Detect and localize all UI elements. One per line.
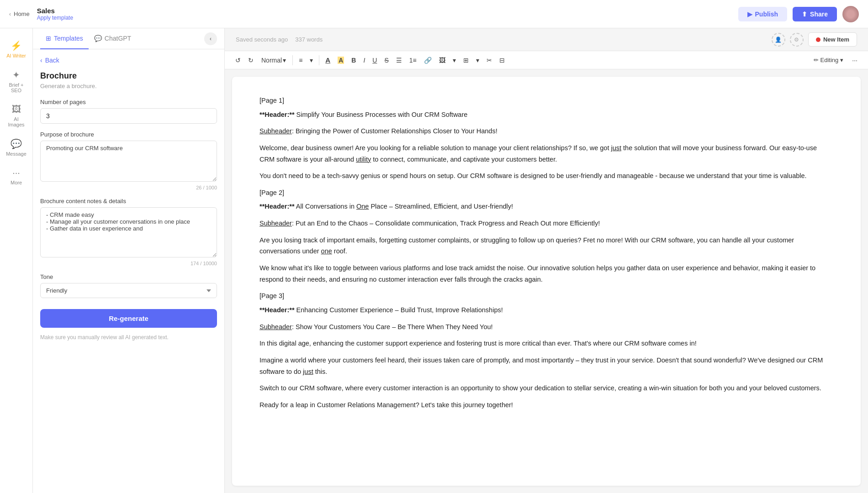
chevron-left-icon: ‹ bbox=[9, 11, 11, 17]
bold-button[interactable]: B bbox=[348, 54, 359, 66]
templates-icon: ⊞ bbox=[46, 35, 51, 42]
sidebar-label-ai-writer: AI Writer bbox=[6, 53, 26, 58]
new-item-label: New Item bbox=[823, 36, 849, 43]
brief-icon: ✦ bbox=[12, 69, 20, 80]
regenerate-button[interactable]: Re-generate bbox=[40, 309, 217, 328]
home-link[interactable]: ‹ Home bbox=[9, 10, 30, 17]
panel-collapse-button[interactable]: ‹ bbox=[204, 32, 217, 45]
share-button[interactable]: ⬆ Share bbox=[793, 7, 837, 21]
page2-subheader: Subheader: Put an End to the Chaos – Con… bbox=[259, 218, 833, 229]
text-color-button[interactable]: A bbox=[322, 54, 333, 66]
page1-label: [Page 1] bbox=[259, 95, 833, 106]
page2-p1: Are you losing track of important emails… bbox=[259, 235, 833, 257]
more-formatting-button[interactable]: ✂ bbox=[483, 54, 495, 66]
notes-char-count: 174 / 10000 bbox=[40, 261, 217, 266]
publish-label: Publish bbox=[755, 10, 778, 18]
panel-content: ‹ Back Brochure Generate a brochure. Num… bbox=[33, 49, 224, 493]
lightning-icon: ⚡ bbox=[11, 40, 22, 51]
purpose-label: Purpose of brochure bbox=[40, 131, 217, 138]
saved-status: Saved seconds ago bbox=[236, 36, 288, 43]
avatar[interactable] bbox=[842, 6, 859, 22]
image-chevron-button[interactable]: ▾ bbox=[450, 54, 459, 66]
top-bar-title: Sales Apply template bbox=[37, 7, 73, 21]
notes-label: Brochure content notes & details bbox=[40, 198, 217, 205]
page2-label: [Page 2] bbox=[259, 187, 833, 199]
sidebar-label-brief-seo: Brief + SEO bbox=[6, 82, 26, 93]
new-item-button[interactable]: New Item bbox=[808, 32, 857, 47]
link-button[interactable]: 🔗 bbox=[421, 54, 435, 66]
page3-subheader: Subheader: Show Your Customers You Care … bbox=[259, 321, 833, 333]
highlight-button[interactable]: A bbox=[334, 54, 347, 66]
share-label: Share bbox=[810, 10, 828, 18]
tone-select[interactable]: Friendly Professional Casual Formal Pers… bbox=[40, 283, 217, 298]
apply-template-link[interactable]: Apply template bbox=[37, 15, 73, 21]
pencil-icon: ✏ bbox=[814, 57, 819, 63]
back-link[interactable]: ‹ Back bbox=[40, 57, 217, 64]
divider-1 bbox=[292, 55, 293, 65]
notes-group: Brochure content notes & details - CRM m… bbox=[40, 198, 217, 266]
editor-content[interactable]: [Page 1] **Header:** Simplify Your Busin… bbox=[232, 77, 861, 486]
purpose-char-count: 26 / 1000 bbox=[40, 185, 217, 190]
panel-title: Brochure bbox=[40, 71, 217, 81]
align-button[interactable]: ≡ bbox=[296, 54, 306, 66]
table-button[interactable]: ⊞ bbox=[460, 54, 472, 66]
strikethrough-icon: S bbox=[384, 57, 388, 64]
highlight-a-icon: A bbox=[338, 57, 344, 64]
number-of-pages-input[interactable] bbox=[40, 108, 217, 124]
editor-toolbar: ↺ ↻ Normal ▾ ≡ ▾ A A B I U S ☰ 1≡ 🔗 🖼 ▾ … bbox=[225, 51, 868, 69]
strikethrough-button[interactable]: S bbox=[381, 54, 392, 66]
sales-title: Sales bbox=[37, 7, 73, 15]
text-style-chevron-icon: ▾ bbox=[283, 57, 286, 64]
italic-icon: I bbox=[363, 57, 365, 64]
sidebar-item-ai-writer[interactable]: ⚡ AI Writer bbox=[3, 36, 30, 63]
back-label: Back bbox=[45, 57, 59, 64]
sidebar-item-brief-seo[interactable]: ✦ Brief + SEO bbox=[3, 65, 30, 98]
page1-header: **Header:** Simplify Your Business Proce… bbox=[259, 109, 833, 121]
more-icon: ··· bbox=[12, 168, 20, 178]
number-of-pages-group: Number of pages bbox=[40, 99, 217, 124]
clear-format-button[interactable]: ⊟ bbox=[496, 54, 508, 66]
sidebar-item-more[interactable]: ··· More bbox=[3, 163, 30, 190]
purpose-textarea[interactable]: Promoting our CRM software bbox=[40, 141, 217, 182]
editor-top-bar: Saved seconds ago 337 words 👤 ⚙ New Item bbox=[225, 28, 868, 51]
number-of-pages-label: Number of pages bbox=[40, 99, 217, 105]
bullet-list-button[interactable]: ☰ bbox=[393, 54, 405, 66]
top-bar: ‹ Home Sales Apply template ▶ Publish ⬆ … bbox=[0, 0, 868, 28]
more-options-button[interactable]: ··· bbox=[849, 54, 861, 66]
text-style-select[interactable]: Normal ▾ bbox=[258, 55, 290, 66]
image-icon: 🖼 bbox=[12, 104, 21, 115]
main-layout: ⚡ AI Writer ✦ Brief + SEO 🖼 AI Images 💬 … bbox=[0, 28, 868, 493]
editor-top-left: Saved seconds ago 337 words bbox=[236, 36, 323, 43]
page3-p2: Imagine a world where your customers fee… bbox=[259, 355, 833, 377]
settings-circle-icon: ⚙ bbox=[790, 33, 804, 47]
undo-button[interactable]: ↺ bbox=[232, 54, 244, 66]
word-count: 337 words bbox=[295, 36, 323, 43]
editing-chevron-icon: ▾ bbox=[840, 57, 843, 63]
editing-mode-button[interactable]: ✏ Editing ▾ bbox=[809, 54, 848, 66]
tab-chatgpt-label: ChatGPT bbox=[105, 35, 131, 42]
sidebar-item-message[interactable]: 💬 Message bbox=[3, 134, 30, 161]
tab-templates[interactable]: ⊞ Templates bbox=[40, 28, 89, 49]
sidebar-item-ai-images[interactable]: 🖼 AI Images bbox=[3, 100, 30, 132]
tab-chatgpt[interactable]: 💬 ChatGPT bbox=[89, 28, 137, 49]
table-chevron-button[interactable]: ▾ bbox=[473, 54, 482, 66]
tab-templates-label: Templates bbox=[54, 35, 83, 42]
tone-label: Tone bbox=[40, 273, 217, 280]
panel-tabs: ⊞ Templates 💬 ChatGPT ‹ bbox=[33, 28, 224, 49]
panel-subtitle: Generate a brochure. bbox=[40, 83, 217, 89]
sidebar-label-message: Message bbox=[6, 151, 26, 157]
notes-textarea[interactable]: - CRM made easy - Manage all your custom… bbox=[40, 207, 217, 257]
tone-group: Tone Friendly Professional Casual Formal… bbox=[40, 273, 217, 298]
underline-button[interactable]: U bbox=[369, 54, 380, 66]
italic-button[interactable]: I bbox=[360, 54, 368, 66]
redo-button[interactable]: ↻ bbox=[245, 54, 257, 66]
top-bar-left: ‹ Home Sales Apply template bbox=[9, 7, 73, 21]
align-chevron-button[interactable]: ▾ bbox=[307, 54, 316, 66]
publish-button[interactable]: ▶ Publish bbox=[738, 7, 788, 21]
share-icon: ⬆ bbox=[802, 10, 807, 18]
chatgpt-icon: 💬 bbox=[94, 35, 102, 42]
red-dot-icon bbox=[816, 37, 820, 42]
image-button[interactable]: 🖼 bbox=[436, 54, 449, 66]
ordered-list-button[interactable]: 1≡ bbox=[406, 54, 420, 66]
text-color-a-icon: A bbox=[325, 56, 330, 64]
